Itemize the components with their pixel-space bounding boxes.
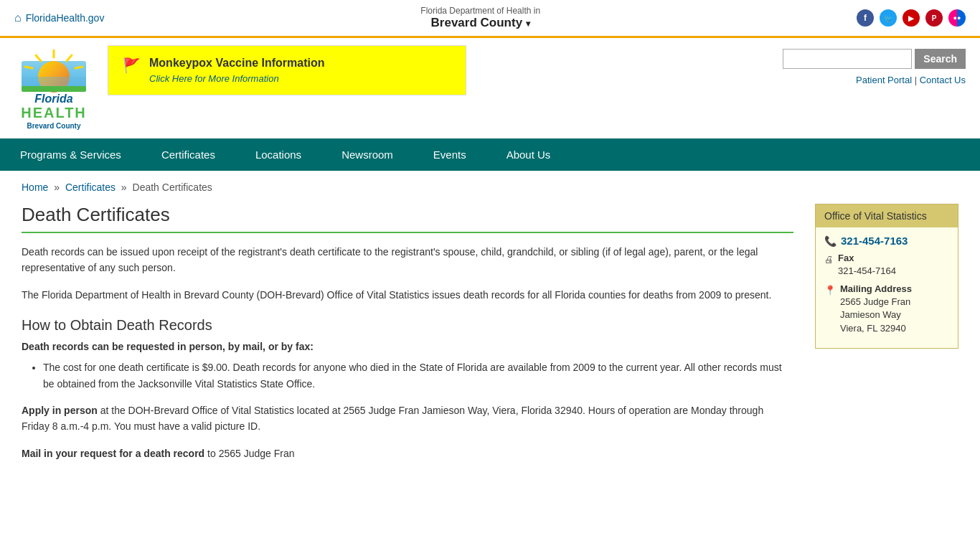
address-icon: 📍: [824, 285, 836, 296]
svg-rect-8: [22, 77, 86, 86]
address-label: Mailing Address: [840, 283, 949, 294]
breadcrumb: Home » Certificates » Death Certificates: [22, 182, 958, 193]
svg-line-3: [67, 55, 72, 61]
search-button[interactable]: Search: [915, 49, 966, 69]
svg-rect-7: [22, 86, 86, 92]
logo-florida-text: Florida: [34, 93, 72, 105]
content-para2: The Florida Department of Health in Brev…: [22, 287, 793, 303]
flickr-icon[interactable]: ●●: [948, 9, 966, 27]
svg-line-4: [25, 67, 32, 68]
contact-us-link[interactable]: Contact Us: [920, 75, 966, 85]
link-separator: |: [915, 75, 920, 85]
dropdown-arrow-icon: ▾: [526, 19, 530, 29]
breadcrumb-home[interactable]: Home: [22, 182, 48, 193]
mail-bold-text: Mail in your request for a death record: [22, 448, 204, 459]
nav-about[interactable]: About Us: [486, 138, 571, 171]
fax-label: Fax: [838, 253, 896, 263]
search-input[interactable]: [783, 49, 912, 69]
dept-line1: Florida Department of Health in: [420, 6, 540, 16]
main-nav: Programs & Services Certificates Locatio…: [0, 138, 980, 171]
apply-bold-text: Apply in person: [22, 405, 98, 416]
mail-text: to 2565 Judge Fran: [204, 448, 294, 459]
section1-title: How to Obtain Death Records: [22, 317, 793, 334]
phone-icon: 📞: [824, 235, 837, 247]
logo-graphic: [18, 47, 90, 93]
monkeypox-banner[interactable]: 🚩 Monkeypox Vaccine Information Click He…: [108, 45, 466, 95]
dept-county[interactable]: Brevard County ▾: [420, 16, 540, 30]
site-link[interactable]: FloridaHealth.gov: [26, 12, 105, 24]
breadcrumb-area: Home » Certificates » Death Certificates: [0, 171, 980, 197]
phone-link[interactable]: 321-454-7163: [841, 235, 908, 247]
dept-info: Florida Department of Health in Brevard …: [420, 6, 540, 30]
sidebar-fax-row: 🖨 Fax 321-454-7164: [824, 253, 949, 278]
mail-request: Mail in your request for a death record …: [22, 446, 793, 461]
main-content: Death Certificates Death records can be …: [22, 204, 793, 472]
bold-intro: Death records can be requested in person…: [22, 341, 793, 352]
fax-icon: 🖨: [824, 254, 834, 265]
patient-portal-link[interactable]: Patient Portal: [856, 75, 912, 85]
page-title: Death Certificates: [22, 204, 793, 233]
content-para1: Death records can be issued upon receipt…: [22, 244, 793, 276]
sidebar-title: Office of Vital Statistics: [816, 204, 958, 227]
breadcrumb-current: Death Certificates: [133, 182, 212, 193]
apply-in-person: Apply in person at the DOH-Brevard Offic…: [22, 402, 793, 435]
svg-line-5: [75, 67, 83, 68]
svg-line-2: [36, 55, 41, 61]
site-link-area: ⌂ FloridaHealth.gov: [14, 11, 104, 24]
facebook-icon[interactable]: f: [857, 9, 874, 27]
sidebar-phone-row: 📞 321-454-7163: [824, 235, 949, 247]
logo: Florida HEALTH Brevard County: [14, 45, 93, 131]
pinterest-icon[interactable]: P: [925, 9, 943, 27]
youtube-icon[interactable]: ▶: [903, 9, 920, 27]
logo-county-text: Brevard County: [27, 122, 80, 130]
nav-programs[interactable]: Programs & Services: [0, 138, 141, 171]
flag-icon: 🚩: [123, 57, 141, 74]
banner-title: Monkeypox Vaccine Information: [149, 57, 325, 70]
banner-link[interactable]: Click Here for More Information: [149, 73, 279, 84]
search-area: Search Patient Portal | Contact Us: [783, 45, 966, 85]
bullet-item-1: The cost for one death certificate is $9…: [43, 359, 793, 392]
logo-health-text: HEALTH: [21, 105, 87, 121]
twitter-icon[interactable]: 🐦: [880, 9, 897, 27]
fax-value: 321-454-7164: [838, 265, 896, 276]
breadcrumb-sep1: »: [54, 182, 62, 193]
search-links: Patient Portal | Contact Us: [783, 75, 966, 85]
sidebar: Office of Vital Statistics 📞 321-454-716…: [815, 204, 958, 472]
social-links: f 🐦 ▶ P ●●: [857, 9, 966, 27]
nav-locations[interactable]: Locations: [235, 138, 321, 171]
sidebar-address-row: 📍 Mailing Address 2565 Judge Fran Jamies…: [824, 283, 949, 335]
apply-text: at the DOH-Brevard Office of Vital Stati…: [22, 405, 763, 432]
nav-newsroom[interactable]: Newsroom: [321, 138, 413, 171]
breadcrumb-sep2: »: [121, 182, 130, 193]
breadcrumb-certificates[interactable]: Certificates: [65, 182, 116, 193]
home-icon: ⌂: [14, 11, 22, 24]
nav-certificates[interactable]: Certificates: [141, 138, 235, 171]
address-value: 2565 Judge Fran Jamieson Way Viera, FL 3…: [840, 296, 910, 333]
nav-events[interactable]: Events: [413, 138, 486, 171]
bullet-list: The cost for one death certificate is $9…: [43, 359, 793, 392]
